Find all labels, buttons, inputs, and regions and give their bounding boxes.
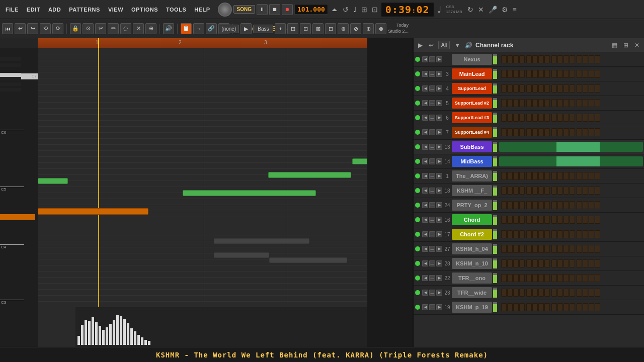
volume-icon[interactable]: 🔊: [163, 23, 174, 34]
step-button[interactable]: [583, 201, 588, 209]
channel-mini-btn[interactable]: ▶: [436, 71, 442, 77]
note-7[interactable]: [269, 257, 347, 263]
step-button[interactable]: [501, 230, 507, 238]
note-4[interactable]: [352, 158, 367, 164]
channel-mini-btn[interactable]: ◀: [422, 85, 428, 92]
step-button[interactable]: [589, 84, 594, 93]
step-button[interactable]: [538, 303, 544, 311]
rack-history-btn[interactable]: ↩: [427, 42, 435, 49]
channel-right-area[interactable]: [498, 55, 644, 63]
step-button[interactable]: [513, 84, 519, 93]
channel-row[interactable]: ◀—▶18KSHM __F_: [414, 184, 644, 198]
channel-led[interactable]: [415, 130, 420, 135]
step-button[interactable]: [583, 99, 588, 107]
channel-volume[interactable]: [493, 302, 497, 312]
step-button[interactable]: [570, 187, 575, 195]
channel-volume[interactable]: [493, 244, 497, 254]
step-button[interactable]: [564, 128, 569, 136]
channel-name-button[interactable]: TFR__ono: [452, 273, 492, 284]
rack-nav-btn[interactable]: ▶: [417, 42, 424, 49]
step-button[interactable]: [583, 259, 588, 267]
step-button[interactable]: [538, 216, 544, 224]
menu-item-add[interactable]: ADD: [45, 5, 64, 15]
step-button[interactable]: [551, 274, 557, 282]
step-button[interactable]: [570, 274, 575, 282]
step-button[interactable]: [583, 84, 588, 93]
channel-mini-btn[interactable]: ▶: [436, 246, 442, 252]
channel-mini-btn[interactable]: ◀: [422, 260, 428, 266]
channel-steps[interactable]: [499, 55, 643, 63]
step-button[interactable]: [538, 128, 544, 136]
step-button[interactable]: [501, 274, 507, 282]
song-button[interactable]: SONG: [233, 5, 255, 14]
step-button[interactable]: [526, 303, 532, 311]
cpu-icon[interactable]: ✕: [476, 6, 486, 14]
channel-right-area[interactable]: [498, 259, 644, 267]
channel-mini-btn[interactable]: ▶: [436, 129, 442, 135]
step-button[interactable]: [544, 114, 550, 122]
step-button[interactable]: [538, 245, 544, 253]
rewind-btn[interactable]: ⏮: [2, 23, 13, 34]
step-button[interactable]: [595, 216, 600, 224]
channel-row[interactable]: ◀—▶22TFR__ono: [414, 271, 644, 286]
play-pause-btn[interactable]: ⏸: [257, 4, 268, 15]
step-button[interactable]: [577, 289, 582, 297]
note-5[interactable]: [214, 238, 309, 244]
pattern-arrow[interactable]: ▶: [240, 23, 252, 34]
refresh-icon[interactable]: ↻: [466, 6, 475, 14]
channel-steps[interactable]: [499, 201, 643, 209]
step-button[interactable]: [501, 259, 507, 267]
step-button[interactable]: [583, 128, 588, 136]
slice-icon[interactable]: 🔗: [206, 23, 217, 34]
step-button[interactable]: [544, 99, 550, 107]
channel-mini-btn[interactable]: ▶: [436, 173, 442, 179]
step-button[interactable]: [570, 216, 575, 224]
channel-volume[interactable]: [493, 171, 497, 181]
channel-steps[interactable]: [499, 274, 643, 282]
channel-led[interactable]: [415, 276, 420, 281]
channel-mini-btn[interactable]: —: [429, 304, 435, 310]
step-button[interactable]: [557, 259, 563, 267]
channel-steps[interactable]: [499, 84, 643, 93]
channel-right-area[interactable]: [498, 128, 644, 136]
step-button[interactable]: [513, 172, 519, 180]
channel-name-button[interactable]: SubBass: [452, 141, 492, 152]
step-button[interactable]: [564, 70, 569, 78]
step-button[interactable]: [583, 274, 588, 282]
channel-mini-btn[interactable]: ◀: [422, 100, 428, 106]
timeline[interactable]: 1 2 3: [38, 38, 367, 48]
step-button[interactable]: [570, 128, 575, 136]
step-button[interactable]: [570, 289, 575, 297]
channel-mini-btn[interactable]: —: [429, 188, 435, 194]
step-button[interactable]: [564, 274, 569, 282]
transport-icon-5[interactable]: ⊡: [370, 6, 379, 14]
channel-name-button[interactable]: Chord: [452, 214, 492, 225]
channel-mini-btn[interactable]: ▶: [436, 275, 442, 281]
channel-led[interactable]: [415, 246, 420, 251]
step-button[interactable]: [589, 99, 594, 107]
channel-mini-btn[interactable]: ▶: [436, 290, 442, 296]
step-button[interactable]: [551, 289, 557, 297]
step-button[interactable]: [557, 187, 563, 195]
step-button[interactable]: [513, 303, 519, 311]
channel-mini-btn[interactable]: —: [429, 56, 435, 62]
step-button[interactable]: [570, 201, 575, 209]
step-button[interactable]: [532, 84, 538, 93]
channel-row[interactable]: ◀—▶5SupportLead #2: [414, 96, 644, 111]
move-icon[interactable]: →: [193, 23, 204, 34]
step-button[interactable]: [544, 230, 550, 238]
step-button[interactable]: [526, 216, 532, 224]
channel-volume[interactable]: [493, 69, 497, 79]
step-button[interactable]: [577, 55, 582, 63]
channel-row[interactable]: ◀—▶19KSHM_p_19: [414, 300, 644, 315]
mixer-icon-4[interactable]: ⊟: [325, 23, 336, 34]
step-button[interactable]: [544, 259, 550, 267]
channel-mini-btn[interactable]: ▶: [436, 158, 442, 164]
step-button[interactable]: [532, 114, 538, 122]
menu-item-tools[interactable]: TOOLS: [163, 5, 190, 15]
step-button[interactable]: [526, 201, 532, 209]
step-button[interactable]: [564, 172, 569, 180]
step-button[interactable]: [532, 201, 538, 209]
step-button[interactable]: [513, 187, 519, 195]
note-3[interactable]: [268, 172, 351, 178]
